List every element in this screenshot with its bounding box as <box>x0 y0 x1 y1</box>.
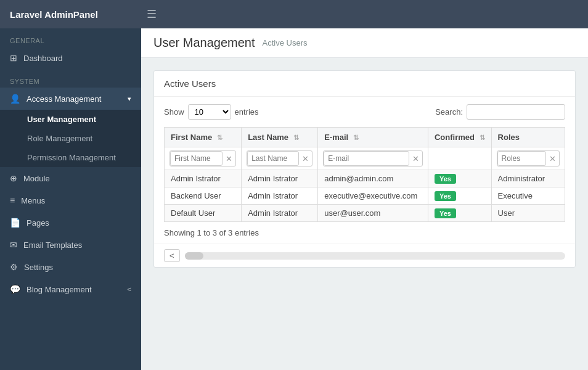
entries-select[interactable]: 10 25 50 100 <box>188 104 231 120</box>
filter-lastname-wrap: ✕ <box>247 150 312 166</box>
sidebar-submenu-access: User Management Role Management Permissi… <box>0 110 141 167</box>
filter-row: ✕ ✕ <box>165 147 565 170</box>
col-roles: Roles <box>491 128 565 147</box>
page-title: User Management <box>153 36 255 50</box>
sidebar: General ⊞ Dashboard System 👤 Access Mana… <box>0 28 141 370</box>
scroll-bar[interactable] <box>185 252 565 260</box>
sidebar-item-user-management[interactable]: User Management <box>0 110 141 129</box>
card-title: Active Users <box>154 71 575 97</box>
filter-firstname[interactable] <box>170 151 223 166</box>
filter-confirmed-cell <box>428 147 491 170</box>
cell-lastname: Admin Istrator <box>242 170 318 187</box>
sort-icon: ⇅ <box>217 134 223 141</box>
sidebar-item-module[interactable]: ⊕ Module <box>0 167 141 189</box>
users-table: First Name ⇅ Last Name ⇅ E-mail ⇅ <box>164 127 565 222</box>
search-label: Search: <box>435 107 463 117</box>
menus-icon: ≡ <box>10 195 15 205</box>
cell-roles: Executive <box>491 187 565 205</box>
sidebar-item-pages[interactable]: 📄 Pages <box>0 212 141 234</box>
table-footer-info: Showing 1 to 3 of 3 entries <box>154 222 575 244</box>
sidebar-section-general: General <box>0 28 141 47</box>
filter-roles-wrap: ✕ <box>497 150 560 166</box>
scroll-thumb <box>185 252 203 260</box>
page-breadcrumb: Active Users <box>263 38 308 47</box>
sidebar-item-label: Email Templates <box>23 240 82 250</box>
clear-firstname-btn[interactable]: ✕ <box>223 154 235 163</box>
table-row: Default User Admin Istrator user@user.co… <box>165 205 565 222</box>
gear-icon: ⚙ <box>10 262 18 272</box>
sidebar-item-label: Settings <box>24 263 53 272</box>
filter-lastname[interactable] <box>247 151 299 166</box>
chevron-left-icon: < <box>128 286 131 293</box>
hamburger-icon[interactable]: ☰ <box>147 7 157 21</box>
cell-firstname: Backend User <box>165 187 242 205</box>
content-card: Active Users Show 10 25 50 100 entries <box>153 70 576 268</box>
col-last-name[interactable]: Last Name ⇅ <box>242 128 318 147</box>
sidebar-item-label: Pages <box>27 218 49 228</box>
sort-icon: ⇅ <box>480 134 485 141</box>
sidebar-item-blog-management[interactable]: 💬 Blog Management < <box>0 278 141 300</box>
pages-icon: 📄 <box>10 218 20 228</box>
users-icon: 👤 <box>10 94 20 104</box>
sidebar-item-label: Menus <box>21 196 45 205</box>
show-label: Show <box>164 107 184 117</box>
sidebar-item-email-templates[interactable]: ✉ Email Templates <box>0 234 141 256</box>
confirmed-badge: Yes <box>435 208 456 218</box>
sidebar-item-permission-management[interactable]: Permission Management <box>0 148 141 167</box>
cell-lastname: Admin Istrator <box>242 205 318 222</box>
table-row: Admin Istrator Admin Istrator admin@admi… <box>165 170 565 187</box>
cell-roles: Administrator <box>491 170 565 187</box>
email-icon: ✉ <box>10 240 17 250</box>
col-first-name[interactable]: First Name ⇅ <box>165 128 242 147</box>
sidebar-item-label: Module <box>23 174 50 183</box>
sidebar-item-label: Dashboard <box>23 54 63 63</box>
clear-lastname-btn[interactable]: ✕ <box>299 154 312 163</box>
col-confirmed[interactable]: Confirmed ⇅ <box>428 128 491 147</box>
search-input[interactable] <box>467 104 565 120</box>
dashboard-icon: ⊞ <box>10 53 17 63</box>
table-row: Backend User Admin Istrator executive@ex… <box>165 187 565 205</box>
page-header: User Management Active Users <box>141 28 588 58</box>
app-brand: Laravel AdminPanel <box>10 9 142 20</box>
cell-lastname: Admin Istrator <box>242 187 318 205</box>
cell-confirmed: Yes <box>428 170 491 187</box>
sidebar-item-access-management[interactable]: 👤 Access Management ▾ <box>0 88 141 110</box>
clear-email-btn[interactable]: ✕ <box>409 154 422 163</box>
filter-roles[interactable] <box>497 151 546 166</box>
cell-email: executive@executive.com <box>318 187 428 205</box>
search-area: Search: <box>435 104 565 120</box>
filter-firstname-wrap: ✕ <box>169 150 236 166</box>
col-email[interactable]: E-mail ⇅ <box>318 128 428 147</box>
sidebar-item-label: Blog Management <box>27 285 92 294</box>
chevron-down-icon: ▾ <box>128 95 131 103</box>
module-icon: ⊕ <box>10 173 17 183</box>
table-wrapper: First Name ⇅ Last Name ⇅ E-mail ⇅ <box>154 127 575 222</box>
filter-email[interactable] <box>324 151 409 166</box>
sort-icon: ⇅ <box>353 134 359 141</box>
cell-confirmed: Yes <box>428 187 491 205</box>
content-area: Active Users Show 10 25 50 100 entries <box>141 58 588 370</box>
sort-icon: ⇅ <box>293 134 299 141</box>
table-scroll-footer: < <box>154 244 575 267</box>
sidebar-item-role-management[interactable]: Role Management <box>0 129 141 148</box>
sidebar-item-menus[interactable]: ≡ Menus <box>0 189 141 212</box>
cell-firstname: Admin Istrator <box>165 170 242 187</box>
cell-email: user@user.com <box>318 205 428 222</box>
show-entries: Show 10 25 50 100 entries <box>164 104 259 120</box>
prev-scroll-btn[interactable]: < <box>164 249 180 262</box>
clear-roles-btn[interactable]: ✕ <box>546 154 559 163</box>
filter-email-wrap: ✕ <box>323 150 423 166</box>
cell-confirmed: Yes <box>428 205 491 222</box>
entries-label: entries <box>235 107 259 117</box>
confirmed-badge: Yes <box>435 191 456 201</box>
blog-icon: 💬 <box>10 284 20 294</box>
table-controls: Show 10 25 50 100 entries Search: <box>154 97 575 127</box>
cell-email: admin@admin.com <box>318 170 428 187</box>
cell-roles: User <box>491 205 565 222</box>
cell-firstname: Default User <box>165 205 242 222</box>
sidebar-section-system: System <box>0 69 141 88</box>
sidebar-item-dashboard[interactable]: ⊞ Dashboard <box>0 47 141 69</box>
sidebar-item-label: Access Management <box>27 94 101 104</box>
sidebar-item-settings[interactable]: ⚙ Settings <box>0 256 141 278</box>
main-content: User Management Active Users Active User… <box>141 28 588 370</box>
